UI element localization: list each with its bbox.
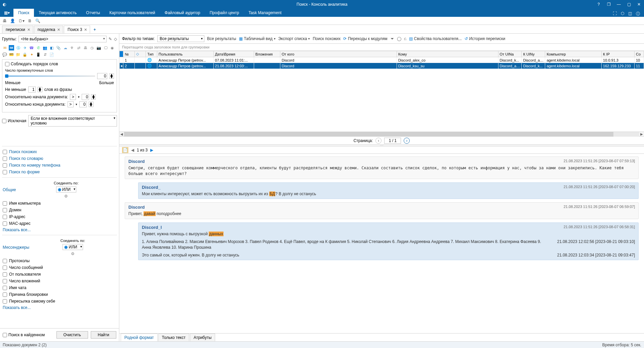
table-view-btn[interactable]: ▦ Табличный вид <box>239 36 276 41</box>
add-tab-button[interactable]: + <box>91 26 98 33</box>
col-co[interactable]: Со <box>634 51 644 57</box>
options-icon[interactable]: ❐ <box>604 0 614 9</box>
col-from-uin[interactable]: От UINa <box>498 51 522 57</box>
show-all-general[interactable]: Показать все... <box>2 227 117 233</box>
chk-attach-count[interactable]: Число вложений <box>2 278 117 284</box>
chk-mac[interactable]: MAC-адрес <box>2 220 117 227</box>
user-props-btn[interactable]: ▤ Свойства пользователя... <box>409 36 462 41</box>
gear-icon[interactable]: ⚙ <box>64 194 68 199</box>
chk-protocols[interactable]: Протоколы <box>2 257 117 264</box>
ptab-native[interactable]: Родной формат <box>121 334 158 341</box>
table-row[interactable]: ▸2 🌐 Александр Петров (petrov... 21.08.2… <box>120 63 644 69</box>
viber-icon[interactable]: ☎ <box>29 45 34 50</box>
chk-ip[interactable]: IP-адрес <box>2 213 117 220</box>
gear-icon[interactable]: ⚙ <box>71 251 75 256</box>
goto-modules-btn[interactable]: ⟳ Переходы к модулям <box>343 36 387 41</box>
filter-type-combo[interactable]: Все результаты <box>157 35 204 42</box>
tab-search[interactable]: Поиск <box>13 9 34 17</box>
col-user[interactable]: Пользователь <box>157 51 213 57</box>
tab-task-mgmt[interactable]: Task Management <box>244 9 286 17</box>
clear-button[interactable]: Очистить <box>56 331 88 339</box>
cloud-icon[interactable]: ☁ <box>63 45 68 50</box>
keep-order-check[interactable]: Соблюдать порядок слов <box>5 62 114 66</box>
close-button[interactable]: ✕ <box>634 0 644 9</box>
chk-domain[interactable]: Домен <box>2 207 117 213</box>
clear-icon[interactable]: ◇ <box>114 37 117 41</box>
expand-icon[interactable]: ⛶ <box>613 11 617 17</box>
col-marker[interactable] <box>120 51 123 57</box>
mail-icon[interactable]: ✉ <box>2 45 7 50</box>
module-icon[interactable]: ⬡ <box>621 11 624 17</box>
outlook-icon[interactable]: ◧ <box>49 45 54 50</box>
attach-cond-combo[interactable]: Если все вложения соответствуют условию <box>28 115 117 127</box>
telegram-icon[interactable]: ✈ <box>22 45 28 50</box>
rel-end-op[interactable]: > <box>68 101 74 107</box>
doc-view-icon[interactable]: 📄 <box>122 147 128 153</box>
chk-from-user[interactable]: От пользователя <box>2 271 117 278</box>
col-type[interactable]: Тип <box>146 51 157 57</box>
chk-msg-count[interactable]: Число сообщений <box>2 264 117 271</box>
nav-prev-icon[interactable]: ◀ <box>131 148 134 152</box>
chat-icon[interactable]: 💬 <box>2 52 7 57</box>
min-words-spin[interactable]: ▲▼ <box>38 87 42 92</box>
col-datetime[interactable]: Дата\Время <box>213 51 254 57</box>
tab-reports[interactable]: Отчеты <box>81 9 105 17</box>
rel-begin-op[interactable]: > <box>70 94 76 100</box>
tab-users[interactable]: Карточки пользователей <box>105 9 160 17</box>
rel-end-val[interactable] <box>79 101 87 107</box>
printer-icon[interactable]: 🖶 <box>83 45 88 50</box>
doc-tab[interactable]: Поиск 3✕ <box>64 26 90 33</box>
close-icon[interactable]: ✕ <box>84 28 87 32</box>
clock-icon[interactable]: ◷ <box>89 45 95 50</box>
col-computer[interactable]: Компьютер <box>545 51 602 57</box>
search-in-found-check[interactable]: Поиск в найденном <box>3 333 45 337</box>
min-words-input[interactable] <box>28 86 36 93</box>
table-row[interactable]: 1 🌐 Александр Петров (petrov... 07.08.20… <box>120 57 644 63</box>
excluding-check[interactable]: Исключая <box>2 118 26 123</box>
chk-chat-name[interactable]: Имя чата <box>2 284 117 291</box>
user-icon[interactable]: 👤 <box>10 19 15 23</box>
rel-begin-val[interactable] <box>82 94 89 100</box>
show-all-msg[interactable]: Показать все... <box>2 305 117 311</box>
save-icon[interactable]: 🗎 <box>28 19 32 23</box>
monitor-icon[interactable]: 🖵 <box>103 45 108 50</box>
new-icon[interactable]: 🗋▾ <box>18 19 25 23</box>
close-icon[interactable]: ✕ <box>57 28 60 32</box>
msg-join-combo[interactable]: ◉ ИЛИ <box>63 244 83 250</box>
card-icon[interactable]: 💳 <box>9 52 14 57</box>
search-similar-check[interactable]: Поиск похожих <box>2 148 117 155</box>
search-form-check[interactable]: Поиск по форме <box>2 169 117 175</box>
col-from[interactable]: От кого <box>280 51 397 57</box>
help-icon[interactable]: ? <box>594 0 604 9</box>
tree-icon[interactable]: ♆ <box>69 45 75 50</box>
ptab-attrs[interactable]: Атрибуты <box>190 334 215 341</box>
page-input[interactable] <box>384 138 401 144</box>
col-to-uin[interactable]: К UINy <box>522 51 545 57</box>
edit-icon[interactable]: ✎ <box>109 37 112 41</box>
maximize-button[interactable]: ▢ <box>624 0 634 9</box>
whatsapp-icon[interactable]: ✆ <box>36 45 41 50</box>
doc-tab[interactable]: переписки✕ <box>2 26 33 33</box>
gap-slider[interactable] <box>5 76 95 76</box>
ptab-text[interactable]: Только текст <box>158 334 189 341</box>
print-icon[interactable]: 🖶 <box>3 19 7 23</box>
gap-value[interactable] <box>97 73 107 79</box>
col-ip[interactable]: К IP <box>602 51 635 57</box>
col-tag[interactable]: ◇ <box>134 51 146 57</box>
page-prev-button[interactable]: ‹ <box>375 138 381 144</box>
filter-icon[interactable]: ◯ <box>397 36 401 41</box>
tab-file-auditor[interactable]: Файловый аудитор <box>160 9 205 17</box>
export-btn[interactable]: Экспорт списка <box>278 36 310 41</box>
webcam-icon[interactable]: ◉ <box>110 45 115 50</box>
search-similar-btn[interactable]: Поиск похожих <box>313 36 340 41</box>
minimize-button[interactable]: — <box>614 0 624 9</box>
network-icon[interactable]: ⇵ <box>42 52 48 57</box>
funnel-icon[interactable]: ⏷ <box>390 36 394 41</box>
col-to[interactable]: Кому <box>397 51 498 57</box>
camera-icon[interactable]: 📷 <box>96 45 102 50</box>
groups-combo[interactable]: <Не выбрано> <box>18 36 107 42</box>
close-icon[interactable]: ✕ <box>27 28 30 32</box>
chk-computer-name[interactable]: Имя компьютера <box>2 200 117 207</box>
col-num[interactable]: № <box>123 51 135 57</box>
gap-spin[interactable]: ▲▼ <box>109 73 114 79</box>
